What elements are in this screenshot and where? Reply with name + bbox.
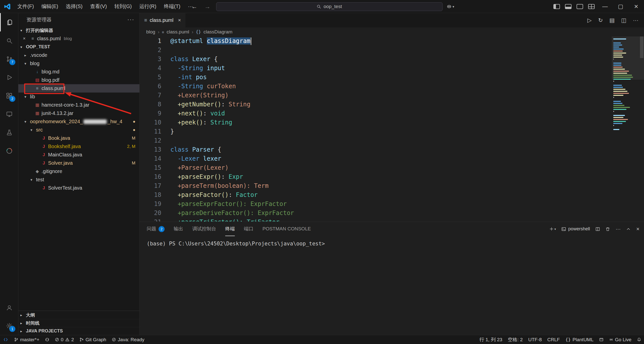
menu-item-2[interactable]: 选择(S) bbox=[62, 0, 86, 13]
kill-terminal-icon[interactable] bbox=[605, 227, 610, 231]
breadcrumb-file[interactable]: class.puml bbox=[167, 29, 189, 35]
statusbar-cursor-position[interactable]: 行 1, 列 23 bbox=[477, 335, 505, 344]
activity-custom-extension[interactable] bbox=[0, 142, 18, 160]
back-button[interactable]: ← bbox=[190, 3, 199, 10]
tree-item-.gitignore[interactable]: ◆.gitignore bbox=[18, 167, 139, 176]
code-line[interactable]: 18 +parseFactor(): Factor bbox=[140, 190, 644, 199]
tree-item-src[interactable]: ▾src● bbox=[18, 126, 139, 134]
section-header-2[interactable]: ▾OOP_TEST bbox=[18, 43, 139, 51]
bottom-section-0[interactable]: ▸大纲 bbox=[18, 311, 139, 319]
tree-item-blog[interactable]: ▾blog bbox=[18, 59, 139, 68]
customize-layout-icon[interactable] bbox=[588, 4, 595, 9]
tree-item-test[interactable]: ▾test bbox=[18, 176, 139, 184]
tree-item-ooprehomework2024[interactable]: ▾ooprehomework_2024__hw_4● bbox=[18, 117, 139, 126]
breadcrumb-symbol[interactable]: classDiagram bbox=[204, 29, 233, 35]
menu-item-3[interactable]: 查看(V) bbox=[86, 0, 111, 13]
code-line[interactable]: 15 +Parser(Lexer) bbox=[140, 163, 644, 172]
menu-item-1[interactable]: 编辑(E) bbox=[38, 0, 62, 13]
tree-item-SolverTest.java[interactable]: JSolverTest.java bbox=[18, 184, 139, 192]
activity-settings[interactable]: 1 bbox=[0, 317, 18, 335]
statusbar-sync[interactable] bbox=[42, 335, 52, 344]
command-center-search[interactable]: oop_test bbox=[216, 2, 442, 11]
close-editor-icon[interactable]: × bbox=[23, 36, 29, 41]
panel-tab-4[interactable]: 端口 bbox=[244, 222, 253, 236]
code-line[interactable]: 17 +parseTerm(boolean): Term bbox=[140, 181, 644, 190]
tree-item-.vscode[interactable]: ▸.vscode bbox=[18, 51, 139, 59]
open-preview-icon[interactable]: ▤ bbox=[609, 17, 615, 24]
statusbar-branch[interactable]: master*+ bbox=[11, 335, 42, 344]
bottom-section-2[interactable]: ▸JAVA PROJECTS bbox=[18, 327, 139, 335]
statusbar-preview[interactable] bbox=[596, 335, 606, 344]
activity-search[interactable] bbox=[0, 31, 18, 50]
close-panel-icon[interactable]: × bbox=[636, 226, 639, 232]
code-line[interactable]: 11} bbox=[140, 127, 644, 136]
timeline-icon[interactable]: ↻ bbox=[598, 17, 603, 24]
statusbar-problems[interactable]: 02 bbox=[52, 335, 77, 344]
toggle-panel-icon[interactable] bbox=[565, 4, 572, 9]
panel-tab-1[interactable]: 输出 bbox=[174, 222, 183, 236]
code-line[interactable]: 9 +next(): void bbox=[140, 109, 644, 118]
forward-button[interactable]: → bbox=[203, 3, 212, 10]
code-line[interactable]: 20 +parseDeriveFactor(): ExprFactor bbox=[140, 208, 644, 218]
code-line[interactable]: 7 +Lexer(String) bbox=[140, 91, 644, 100]
minimize-button[interactable]: — bbox=[597, 0, 613, 13]
panel-tab-0[interactable]: 问题2 bbox=[147, 222, 165, 236]
menu-item-4[interactable]: 转到(G) bbox=[111, 0, 136, 13]
copilot-button[interactable]: ▾ bbox=[446, 4, 454, 9]
tree-item-Book.java[interactable]: JBook.javaM bbox=[18, 134, 139, 142]
menu-item-6[interactable]: 终端(T) bbox=[160, 0, 184, 13]
statusbar-language[interactable]: {}PlantUML bbox=[562, 335, 596, 344]
code-line[interactable]: 21 +parseTriFactor(): TriFactor bbox=[140, 218, 644, 222]
maximize-panel-icon[interactable] bbox=[626, 227, 631, 231]
tree-item-Solver.java[interactable]: JSolver.javaM bbox=[18, 159, 139, 167]
run-button[interactable]: ▷ bbox=[587, 17, 592, 24]
code-line[interactable]: 4 -String input bbox=[140, 64, 644, 73]
activity-run-debug[interactable] bbox=[0, 68, 18, 87]
menu-item-0[interactable]: 文件(F) bbox=[14, 0, 38, 13]
split-terminal-icon[interactable] bbox=[595, 227, 600, 231]
toggle-secondary-sidebar-icon[interactable] bbox=[577, 4, 583, 9]
statusbar-git-graph[interactable]: Git Graph bbox=[77, 335, 109, 344]
terminal-instance-powershell[interactable]: powershell bbox=[561, 226, 590, 232]
open-editor-class.puml[interactable]: ×≡class.pumlblog bbox=[18, 34, 139, 43]
code-line[interactable]: 6 -String curToken bbox=[140, 82, 644, 91]
panel-more-actions-icon[interactable]: ··· bbox=[616, 226, 621, 232]
code-line[interactable]: 10 +peek(): String bbox=[140, 118, 644, 127]
activity-extensions[interactable]: 2 bbox=[0, 87, 18, 105]
statusbar-encoding[interactable]: UTF-8 bbox=[525, 335, 545, 344]
launch-profile-icon[interactable]: ▾ bbox=[549, 227, 556, 231]
tree-item-Bookshelf.java[interactable]: JBookshelf.java2, M bbox=[18, 142, 139, 151]
activity-testing[interactable] bbox=[0, 123, 18, 142]
statusbar-go-live[interactable]: Go Live bbox=[606, 335, 634, 344]
activity-remote-explorer[interactable] bbox=[0, 105, 18, 123]
more-actions-icon[interactable]: ··· bbox=[633, 17, 638, 24]
statusbar-notifications[interactable] bbox=[634, 335, 644, 344]
code-line[interactable]: 3class Lexer { bbox=[140, 55, 644, 64]
split-editor-icon[interactable]: ◫ bbox=[621, 17, 626, 24]
sidebar-more-actions-icon[interactable]: ··· bbox=[127, 16, 134, 23]
code-line[interactable]: 12 bbox=[140, 136, 644, 145]
code-editor[interactable]: 1@startuml classDiagram23class Lexer {4 … bbox=[140, 36, 644, 222]
code-line[interactable]: 16 +parseExpr(): Expr bbox=[140, 172, 644, 181]
code-line[interactable]: 14 -Lexer lexer bbox=[140, 154, 644, 163]
tree-item-blog.pdf[interactable]: ▤blog.pdf bbox=[18, 76, 139, 84]
code-line[interactable]: 8 +getNumber(): String bbox=[140, 100, 644, 109]
menu-item-5[interactable]: 运行(R) bbox=[135, 0, 160, 13]
panel-tab-3[interactable]: 终端 bbox=[225, 222, 235, 236]
close-button[interactable]: × bbox=[628, 0, 644, 13]
panel-tab-2[interactable]: 调试控制台 bbox=[192, 222, 216, 236]
bottom-section-1[interactable]: ▸时间线 bbox=[18, 319, 139, 327]
close-tab-icon[interactable]: × bbox=[178, 17, 181, 23]
tree-item-blog.md[interactable]: ↓blog.md bbox=[18, 68, 139, 76]
toggle-sidebar-icon[interactable] bbox=[553, 4, 560, 9]
editor-scrollbar[interactable] bbox=[640, 36, 643, 58]
tree-item-junit-4.13.2.jar[interactable]: ▦junit-4.13.2.jar bbox=[18, 109, 139, 117]
activity-accounts[interactable] bbox=[0, 298, 18, 317]
minimap[interactable] bbox=[613, 38, 638, 131]
tree-item-MainClass.java[interactable]: JMainClass.java bbox=[18, 151, 139, 159]
activity-explorer[interactable] bbox=[0, 13, 18, 31]
breadcrumb-folder[interactable]: blog bbox=[146, 29, 155, 35]
statusbar-java-status[interactable]: Java: Ready bbox=[109, 335, 147, 344]
code-line[interactable]: 19 +parseExprFactor(): ExprFactor bbox=[140, 199, 644, 208]
statusbar-remote[interactable] bbox=[0, 335, 11, 344]
